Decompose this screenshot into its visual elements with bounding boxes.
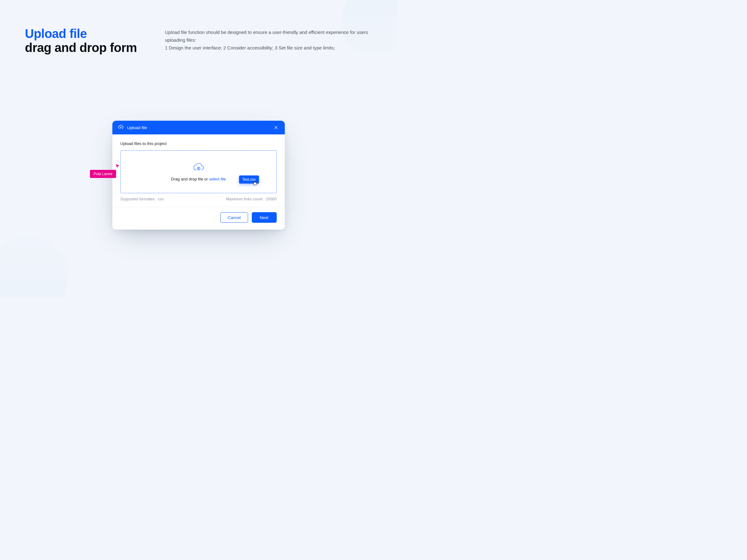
modal-title: Upload file <box>127 125 269 130</box>
close-button[interactable] <box>273 125 279 131</box>
max-links: Maximum links count: 20000 <box>226 197 276 201</box>
background-decoration-bottom-left <box>0 235 69 297</box>
dropzone-instruction: Drag and drop file or select file <box>171 177 226 181</box>
cloud-upload-large-icon <box>193 162 205 173</box>
max-links-value: 20000 <box>266 197 277 201</box>
next-button[interactable]: Next <box>252 212 277 223</box>
close-icon <box>274 125 278 130</box>
supported-formats-value: csv <box>158 197 164 201</box>
page-title: Upload file drag and drop form <box>25 27 153 55</box>
page-header: Upload file drag and drop form Upload fi… <box>25 27 372 55</box>
dropzone-text-prefix: Drag and drop file or <box>171 177 209 181</box>
cloud-upload-icon <box>118 124 124 131</box>
modal-header: Upload file <box>112 121 285 134</box>
max-links-label: Maximum links count: <box>226 197 263 201</box>
dropzone-meta: Supported formates: csv Maximum links co… <box>121 197 277 201</box>
upload-file-modal: Upload file Upload files to this project <box>112 121 285 230</box>
modal-stage: Pola Lanne Upload file <box>112 121 285 230</box>
file-dropzone[interactable]: Drag and drop file or select file Test.c… <box>121 150 277 193</box>
page-description: Upload file function should be designed … <box>165 29 370 52</box>
modal-body: Upload files to this project Drag and dr… <box>112 134 285 207</box>
cancel-button[interactable]: Cancel <box>221 212 248 223</box>
modal-footer: Cancel Next <box>112 207 285 230</box>
supported-formats-label: Supported formates: <box>121 197 156 201</box>
select-file-link[interactable]: select file <box>209 177 226 181</box>
upload-section-label: Upload files to this project <box>121 141 277 146</box>
page-title-accent: Upload file <box>25 27 153 41</box>
dragged-file-chip[interactable]: Test.csv <box>239 176 259 184</box>
supported-formats: Supported formates: csv <box>121 197 164 201</box>
page-title-main: drag and drop form <box>25 41 153 55</box>
